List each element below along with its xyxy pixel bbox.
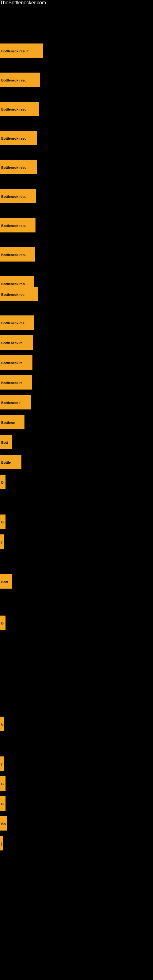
bar-label: | [0, 535, 4, 549]
bar-item: Bottleneck resu [0, 73, 40, 87]
bar-label: Bottleneck res [0, 315, 33, 330]
site-title: TheBottlenecker.com [0, 0, 153, 5]
bar-item: | [0, 756, 4, 771]
bar-label: Bott [0, 574, 12, 589]
bar-item: Bottleneck res [0, 287, 38, 301]
bar-item: B [0, 796, 5, 811]
bar-label: Bottleneck result [0, 43, 43, 58]
bar-item: b [0, 717, 4, 731]
bar-item: Bottleneck resu [0, 189, 36, 204]
bar-item: | [0, 836, 3, 850]
bar-item: Bottleneck resu [0, 131, 37, 145]
bar-label: Bottleneck r [0, 395, 31, 409]
bar-label: Bott [0, 435, 12, 449]
bar-item: Bottleneck re [0, 355, 32, 370]
bar-label: Bottlene [0, 415, 24, 430]
bar-item: B [0, 616, 5, 630]
bar-label: Bottleneck re [0, 375, 32, 390]
bar-label: Bottleneck resu [0, 131, 37, 145]
bar-item: Bottlene [0, 415, 24, 430]
bar-label: Bottleneck resu [0, 160, 37, 174]
bar-item: Bottleneck re [0, 375, 32, 390]
bar-item: Bott [0, 435, 12, 449]
bar-item: B [0, 514, 5, 529]
bar-item: Bo [0, 816, 7, 830]
bar-item: Bottleneck resu [0, 102, 39, 116]
bar-label: Bottleneck resu [0, 218, 35, 232]
bar-item: Bottleneck r [0, 395, 31, 409]
bar-label: Bottleneck res [0, 287, 38, 301]
bar-label: Bottleneck re [0, 335, 33, 350]
bar-item: Bott [0, 574, 12, 589]
bar-label: b [0, 717, 4, 731]
bar-label: Bottleneck resu [0, 73, 40, 87]
bar-label: B [0, 796, 5, 811]
bar-label: Bo [0, 816, 7, 830]
bar-label: | [0, 836, 3, 850]
bar-item: Bottle [0, 455, 21, 469]
bar-label: Bottleneck resu [0, 189, 36, 204]
bar-item: | [0, 535, 4, 549]
bar-item: Bottleneck resu [0, 160, 37, 174]
bar-item: B [0, 475, 5, 489]
bar-label: Bottle [0, 455, 21, 469]
bar-item: B [0, 776, 5, 791]
bar-item: Bottleneck resu [0, 247, 35, 261]
bar-label: Bottleneck resu [0, 247, 35, 261]
bar-item: Bottleneck resu [0, 218, 35, 232]
bar-label: | [0, 756, 4, 771]
bar-label: B [0, 514, 5, 529]
bar-label: B [0, 616, 5, 630]
bar-item: Bottleneck re [0, 335, 33, 350]
bar-item: Bottleneck res [0, 315, 33, 330]
bar-label: Bottleneck re [0, 355, 32, 370]
bar-label: Bottleneck resu [0, 102, 39, 116]
bar-item: Bottleneck result [0, 43, 43, 58]
bar-label: B [0, 776, 5, 791]
bar-label: B [0, 475, 5, 489]
